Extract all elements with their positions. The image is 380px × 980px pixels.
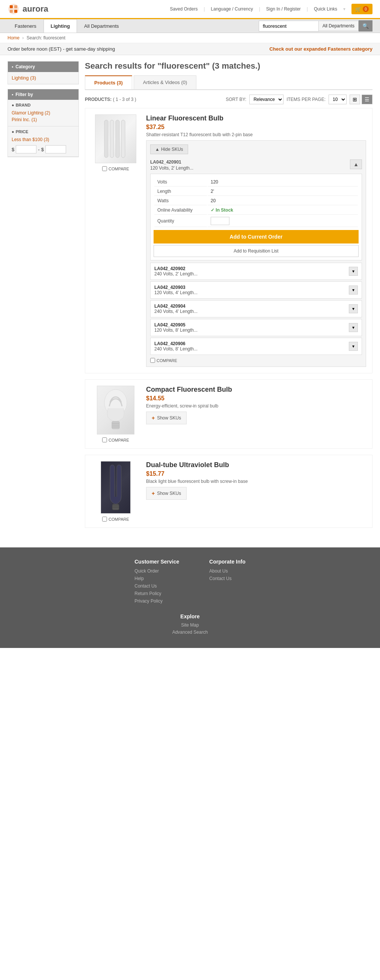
product-details-compact: Compact Fluorescent Bulb $14.55 Energy-e… bbox=[146, 386, 366, 442]
product-details-linear: Linear Fluorescent Bulb $37.25 Shatter-r… bbox=[146, 115, 366, 367]
tab-articles[interactable]: Articles & Videos (0) bbox=[134, 75, 197, 89]
svg-point-0 bbox=[8, 4, 19, 14]
product2-compare[interactable]: COMPARE bbox=[102, 438, 129, 442]
footer-privacy-policy-link[interactable]: Privacy Policy bbox=[134, 598, 179, 604]
saved-orders-link[interactable]: Saved Orders bbox=[170, 6, 198, 12]
svg-rect-1 bbox=[10, 5, 13, 8]
logo: aurora bbox=[8, 3, 48, 15]
circle-icon-2: ● bbox=[12, 129, 14, 134]
volts-label: Volts bbox=[154, 178, 207, 186]
sort-select[interactable]: Relevance Name Price bbox=[249, 95, 284, 104]
product3-compare-checkbox[interactable] bbox=[102, 517, 107, 522]
sku-compare-row: COMPARE bbox=[150, 358, 362, 363]
product3-compare[interactable]: COMPARE bbox=[102, 517, 129, 522]
footer-explore: Explore Site Map Advanced Search bbox=[40, 613, 340, 637]
sku-expand-button-3[interactable]: ▾ bbox=[349, 286, 358, 294]
uv-bulb-image bbox=[101, 461, 131, 514]
view-toggle: ⊞ ☰ bbox=[350, 95, 372, 104]
toggle-icon: ▲ bbox=[155, 147, 160, 152]
cart-button[interactable]: 🛒 0 bbox=[351, 4, 372, 14]
sku-row-expanded: LA042_420901 120 Volts, 2' Length... ▲ bbox=[150, 159, 362, 172]
product2-compare-checkbox[interactable] bbox=[102, 438, 107, 442]
filter-title: Filter by bbox=[15, 92, 33, 97]
sku-details-table: Volts 120 Length 2' Watts 20 bbox=[150, 174, 362, 260]
footer-customer-service: Customer Service Quick Order Help Contac… bbox=[134, 558, 179, 606]
items-per-page-select[interactable]: 10 20 50 bbox=[329, 95, 346, 104]
sku-expand-button-4[interactable]: ▾ bbox=[349, 304, 358, 313]
filter-section: ▪ Filter by ● BRAND Glamor Lighting (2) … bbox=[8, 89, 79, 157]
footer: Customer Service Quick Order Help Contac… bbox=[0, 547, 380, 648]
results-tabs: Products (3) Articles & Videos (0) bbox=[85, 75, 372, 90]
product-item-uv: COMPARE Dual-tube Ultraviolet Bulb $15.7… bbox=[85, 455, 372, 528]
footer-about-us-link[interactable]: About Us bbox=[209, 568, 245, 574]
search-input[interactable] bbox=[259, 21, 319, 32]
search-department-select[interactable]: All Departments bbox=[319, 21, 359, 31]
svg-rect-5 bbox=[104, 120, 108, 158]
add-to-order-button[interactable]: Add to Current Order bbox=[153, 230, 359, 243]
product3-name: Dual-tube Ultraviolet Bulb bbox=[146, 461, 366, 469]
nav-tab-all-departments[interactable]: All Departments bbox=[77, 19, 126, 33]
sign-in-link[interactable]: Sign In / Register bbox=[266, 6, 301, 12]
search-button[interactable]: 🔍 bbox=[359, 20, 372, 32]
price-filter-link[interactable]: Less than $100 (3) bbox=[12, 136, 75, 143]
quantity-input[interactable] bbox=[211, 217, 230, 225]
sku-collapsed-item-5: LA042_420905 120 Volts, 8' Length... ▾ bbox=[150, 319, 362, 336]
footer-advanced-search-link[interactable]: Advanced Search bbox=[40, 630, 340, 635]
show-skus-button-compact[interactable]: + Show SKUs bbox=[146, 412, 187, 424]
product2-compare-label: COMPARE bbox=[109, 438, 129, 442]
length-value: 2' bbox=[208, 187, 358, 196]
footer-return-policy-link[interactable]: Return Policy bbox=[134, 591, 179, 596]
nav-tab-lighting[interactable]: Lighting bbox=[43, 19, 77, 33]
expanded-sku-id: LA042_420901 bbox=[150, 159, 347, 165]
brand-pirini-link[interactable]: Pirini Inc. (1) bbox=[12, 116, 75, 123]
sku-compare-checkbox[interactable] bbox=[150, 358, 155, 363]
price-from-input[interactable] bbox=[16, 145, 37, 153]
footer-inner: Customer Service Quick Order Help Contac… bbox=[40, 558, 340, 637]
footer-corporate-info: Corporate Info About Us Contact Us bbox=[209, 558, 245, 606]
svg-rect-8 bbox=[121, 120, 125, 158]
add-to-requisition-button[interactable]: Add to Requisition List bbox=[153, 245, 359, 257]
product1-compare[interactable]: COMPARE bbox=[102, 166, 129, 171]
price-to-input[interactable] bbox=[45, 145, 66, 153]
language-currency-link[interactable]: Language / Currency bbox=[211, 6, 253, 12]
list-view-button[interactable]: ☰ bbox=[362, 95, 372, 104]
availability-label: Online Availability bbox=[154, 206, 207, 215]
quick-links-link[interactable]: Quick Links bbox=[314, 6, 337, 12]
banner: Order before noon (EST) - get same-day s… bbox=[0, 43, 380, 55]
footer-quick-order-link[interactable]: Quick Order bbox=[134, 568, 179, 574]
products-bar: PRODUCTS: ( 1 - 3 of 3 ) SORT BY: Releva… bbox=[85, 95, 372, 104]
sku-expand-button-5[interactable]: ▾ bbox=[349, 323, 358, 332]
nav-tab-fasteners[interactable]: Fasteners bbox=[8, 19, 43, 33]
footer-help-link[interactable]: Help bbox=[134, 576, 179, 581]
uv-bulb-svg bbox=[102, 463, 129, 512]
brand-glamor-link[interactable]: Glamor Lighting (2) bbox=[12, 110, 75, 116]
sidebar-item-lighting[interactable]: Lighting (3) bbox=[8, 72, 78, 84]
tab-products[interactable]: Products (3) bbox=[85, 75, 132, 89]
sku-expand-arrow-button[interactable]: ▲ bbox=[350, 159, 362, 169]
sku-expand-button-2[interactable]: ▾ bbox=[349, 267, 358, 276]
sku-expanded-section: ▲ Hide SKUs LA042_420901 120 Volts, 2' L… bbox=[146, 140, 366, 367]
footer-contact-us-link[interactable]: Contact Us bbox=[134, 584, 179, 589]
category-icon: ▪ bbox=[12, 64, 13, 69]
svg-rect-4 bbox=[14, 10, 17, 13]
show-skus-button-uv[interactable]: + Show SKUs bbox=[146, 487, 187, 500]
product2-name: Compact Fluorescent Bulb bbox=[146, 386, 366, 394]
filter-icon: ▪ bbox=[12, 92, 13, 97]
footer-corporate-contact-link[interactable]: Contact Us bbox=[209, 576, 245, 581]
hide-skus-button[interactable]: ▲ Hide SKUs bbox=[150, 145, 188, 154]
footer-site-map-link[interactable]: Site Map bbox=[40, 622, 340, 628]
sku-expand-button-6[interactable]: ▾ bbox=[349, 342, 358, 351]
collapsed-sku-list: LA042_420902 240 Volts, 2' Length... ▾ L… bbox=[150, 262, 362, 355]
svg-rect-3 bbox=[10, 10, 13, 13]
product1-compare-checkbox[interactable] bbox=[102, 166, 107, 171]
product1-name: Linear Fluorescent Bulb bbox=[146, 115, 366, 123]
watts-label: Watts bbox=[154, 197, 207, 205]
product3-price: $15.77 bbox=[146, 471, 366, 477]
circle-icon: ● bbox=[12, 103, 14, 107]
explore-title: Explore bbox=[40, 613, 340, 619]
product1-desc: Shatter-resistant T12 fluorescent bulb w… bbox=[146, 132, 366, 137]
breadcrumb-current: Search: fluorescent bbox=[27, 35, 65, 41]
customer-service-title: Customer Service bbox=[134, 558, 179, 565]
grid-view-button[interactable]: ⊞ bbox=[350, 95, 360, 104]
breadcrumb-home[interactable]: Home bbox=[8, 35, 19, 41]
